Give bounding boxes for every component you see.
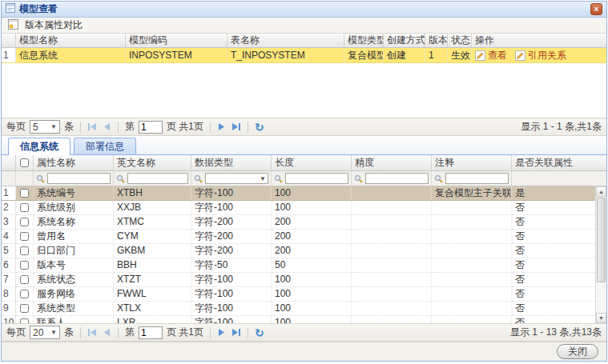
row-checkbox[interactable] — [20, 304, 29, 313]
tab-info-system[interactable]: 信息系统 — [8, 138, 70, 155]
header-precision[interactable]: 精度 — [352, 155, 432, 170]
precision-cell — [352, 302, 432, 316]
header-attr-name[interactable]: 属性名称 — [34, 155, 114, 170]
view-action[interactable]: 查看 — [475, 48, 507, 62]
en-name-filter-input[interactable] — [127, 173, 188, 184]
first-page-button[interactable] — [87, 122, 99, 131]
row-number: 4 — [2, 230, 16, 244]
row-checkbox[interactable] — [20, 290, 29, 298]
attr-name-filter-input[interactable] — [47, 173, 111, 184]
refresh-icon[interactable]: ↻ — [255, 327, 264, 338]
comment-filter-input[interactable] — [445, 173, 509, 184]
attr-table-row[interactable]: 1 系统编号 XTBH 字符-100 100 复合模型主子关联属性 是 — [2, 186, 595, 201]
precision-filter-input[interactable] — [365, 173, 429, 184]
page-number-input[interactable] — [139, 121, 163, 134]
next-page-button[interactable] — [217, 328, 226, 337]
chevron-down-icon: ▼ — [260, 175, 266, 182]
scrollbar-thumb[interactable] — [597, 198, 606, 282]
header-data-type[interactable]: 数据类型 — [191, 155, 272, 170]
prev-page-button[interactable] — [103, 328, 111, 337]
row-checkbox[interactable] — [20, 218, 29, 226]
select-all-checkbox[interactable] — [20, 158, 29, 167]
view-action-label: 查看 — [488, 48, 507, 62]
prev-page-button[interactable] — [103, 122, 111, 131]
page-number-input[interactable] — [139, 326, 163, 339]
dialog-close-icon[interactable]: × — [590, 3, 602, 15]
divider — [118, 122, 119, 133]
length-filter-input[interactable] — [285, 173, 348, 184]
precision-cell — [352, 186, 432, 201]
data-type-filter-select[interactable]: ▼ — [205, 173, 268, 184]
header-length[interactable]: 长度 — [272, 155, 352, 170]
select-all-cell — [16, 155, 34, 170]
header-model-name[interactable]: 模型名称 — [16, 34, 126, 47]
row-checkbox-cell — [16, 287, 34, 302]
precision-cell — [352, 201, 432, 215]
next-page-button[interactable] — [217, 122, 226, 131]
attr-table-row[interactable]: 2 系统级别 XXJB 字符-100 100 否 — [2, 201, 595, 215]
last-page-button[interactable] — [230, 122, 241, 131]
row-checkbox[interactable] — [20, 275, 29, 284]
attr-table-row[interactable]: 8 服务网络 FWWL 字符-100 100 否 — [2, 287, 595, 302]
scroll-up-icon[interactable]: ▲ — [596, 186, 606, 197]
length-cell: 200 — [272, 230, 352, 244]
model-type-cell: 复合模型 — [344, 48, 384, 63]
scroll-down-icon[interactable]: ▼ — [596, 313, 606, 323]
reference-relation-label: 引用关系 — [528, 48, 566, 62]
per-page-select[interactable]: 20▼ — [30, 326, 60, 339]
row-checkbox[interactable] — [20, 232, 29, 241]
divider — [80, 122, 81, 133]
reference-relation-action[interactable]: 引用关系 — [515, 48, 566, 62]
header-table-name[interactable]: 表名称 — [227, 34, 344, 47]
attr-table-row[interactable]: 4 曾用名 CYM 字符-200 200 否 — [2, 230, 595, 244]
filter-precision — [352, 171, 432, 186]
row-checkbox[interactable] — [20, 203, 29, 212]
attr-table-row[interactable]: 10 联系人 LXR 字符-100 100 否 — [2, 316, 595, 323]
divider — [118, 327, 119, 338]
en-name-cell: LXR — [114, 316, 191, 323]
comment-cell — [432, 215, 512, 230]
header-actions: 操作 — [472, 34, 606, 47]
header-comment[interactable]: 注释 — [432, 155, 512, 170]
header-model-type[interactable]: 模型类型 — [344, 34, 384, 47]
tab-deploy-info[interactable]: 部署信息 — [74, 138, 136, 154]
length-cell: 200 — [272, 244, 352, 258]
row-checkbox[interactable] — [20, 246, 29, 255]
vertical-scrollbar[interactable]: ▲ ▼ — [595, 186, 606, 323]
header-status[interactable]: 状态 — [448, 34, 472, 47]
last-page-button[interactable] — [230, 328, 241, 337]
header-related[interactable]: 是否关联属性 — [512, 155, 606, 170]
first-page-button[interactable] — [87, 328, 99, 337]
attr-table-row[interactable]: 3 系统名称 XTMC 字符-200 200 否 — [2, 215, 595, 230]
row-number: 5 — [2, 244, 16, 258]
header-version[interactable]: 版本 — [425, 34, 448, 47]
attr-name-cell: 系统状态 — [34, 273, 114, 287]
row-checkbox[interactable] — [20, 261, 29, 270]
attr-name-cell: 系统类型 — [34, 302, 114, 316]
close-button[interactable]: 关闭 — [557, 344, 598, 359]
model-table-row[interactable]: 1 信息系统 INPOSYSTEM T_INPOSYSTEM 复合模型 创建 1… — [2, 48, 606, 63]
data-type-cell: 字符-100 — [191, 316, 272, 323]
comment-cell — [432, 244, 512, 258]
comment-cell — [432, 201, 512, 215]
header-model-code[interactable]: 模型编码 — [126, 34, 227, 47]
comment-cell: 复合模型主子关联属性 — [432, 186, 512, 201]
attr-table-row[interactable]: 6 版本号 BBH 字符-50 50 否 — [2, 258, 595, 273]
row-number: 10 — [2, 316, 16, 323]
model-table-empty-area — [2, 63, 606, 118]
attr-name-cell: 服务网络 — [34, 287, 114, 302]
divider — [248, 122, 248, 133]
attr-table-row[interactable]: 7 系统状态 XTZT 字符-100 100 否 — [2, 273, 595, 287]
attr-table-row[interactable]: 5 归口部门 GKBM 字符-200 200 否 — [2, 244, 595, 258]
refresh-icon[interactable]: ↻ — [255, 122, 264, 133]
per-page-select[interactable]: 5▼ — [30, 120, 60, 134]
precision-cell — [352, 287, 432, 302]
en-name-cell: BBH — [114, 258, 191, 273]
page-total-label: 页 共1页 — [167, 120, 203, 134]
header-en-name[interactable]: 英文名称 — [114, 155, 191, 170]
row-checkbox[interactable] — [20, 189, 29, 198]
version-compare-button[interactable]: 版本属性对比 — [8, 18, 83, 32]
attr-table-row[interactable]: 9 系统类型 XTLX 字符-100 100 否 — [2, 302, 595, 316]
related-cell: 否 — [512, 244, 595, 258]
header-create-mode[interactable]: 创建方式 — [384, 34, 425, 47]
